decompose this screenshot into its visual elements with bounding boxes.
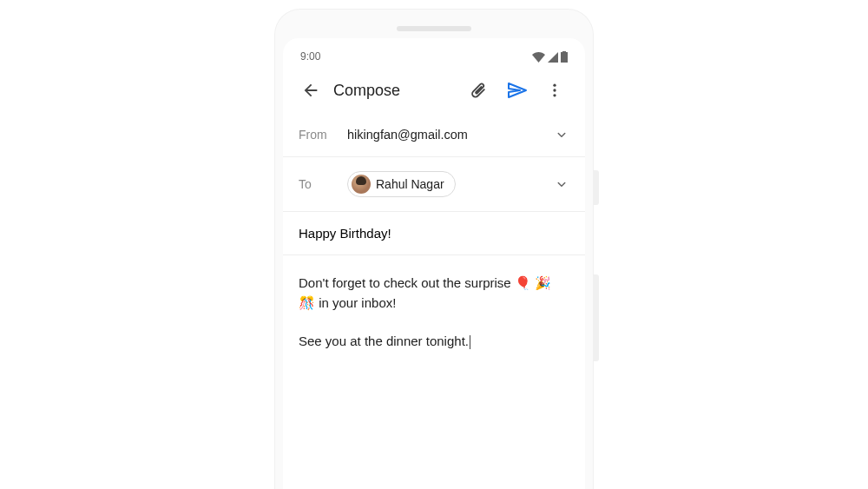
avatar xyxy=(352,175,371,194)
to-row[interactable]: To Rahul Nagar xyxy=(283,157,585,212)
status-time: 9:00 xyxy=(300,50,320,63)
wifi-icon xyxy=(532,52,545,63)
recipient-name: Rahul Nagar xyxy=(376,177,444,191)
to-label: To xyxy=(299,177,347,191)
attach-button[interactable] xyxy=(460,81,496,100)
svg-point-2 xyxy=(553,94,556,96)
attachment-icon xyxy=(469,81,488,100)
status-bar: 9:00 xyxy=(283,38,585,69)
subject-text: Happy Birthday! xyxy=(299,226,391,241)
speaker-grille xyxy=(397,26,471,31)
from-value: hikingfan@gmail.com xyxy=(347,128,554,142)
more-vert-icon xyxy=(546,82,563,99)
send-icon xyxy=(506,80,527,101)
recipient-chip[interactable]: Rahul Nagar xyxy=(347,171,456,197)
subject-field[interactable]: Happy Birthday! xyxy=(283,212,585,255)
text-cursor xyxy=(470,335,470,349)
page-title: Compose xyxy=(328,82,458,100)
battery-icon xyxy=(561,51,568,63)
more-button[interactable] xyxy=(536,82,573,99)
svg-point-0 xyxy=(553,84,556,87)
status-icons xyxy=(532,51,568,63)
signal-icon xyxy=(548,52,558,63)
screen: 9:00 Compose From hikingfan xyxy=(283,38,585,489)
phone-frame: 9:00 Compose From hikingfan xyxy=(274,9,594,489)
back-button[interactable] xyxy=(295,81,326,100)
chevron-down-icon xyxy=(554,127,569,142)
side-button xyxy=(594,170,599,205)
svg-point-1 xyxy=(553,89,556,91)
body-field[interactable]: Don't forget to check out the surprise 🎈… xyxy=(283,255,585,368)
body-paragraph-1: Don't forget to check out the surprise 🎈… xyxy=(299,273,569,314)
from-row[interactable]: From hikingfan@gmail.com xyxy=(283,113,585,157)
from-label: From xyxy=(299,128,347,142)
send-button[interactable] xyxy=(498,80,535,101)
side-button xyxy=(594,274,599,361)
chevron-down-icon xyxy=(554,176,569,192)
body-paragraph-2: See you at the dinner tonight. xyxy=(299,331,569,351)
arrow-back-icon xyxy=(301,81,320,100)
app-bar: Compose xyxy=(283,69,585,113)
